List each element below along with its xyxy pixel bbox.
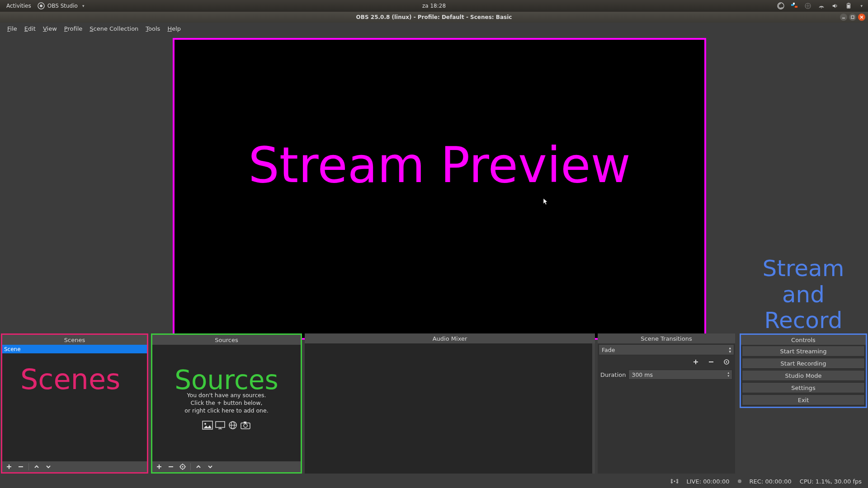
window-minimize-button[interactable]	[840, 14, 847, 21]
add-transition-button[interactable]	[691, 357, 701, 366]
move-scene-down-button[interactable]	[43, 462, 53, 471]
remove-scene-button[interactable]	[16, 462, 26, 471]
sources-dock: Sources Sources You don't have any sourc…	[151, 333, 302, 474]
content-area: Stream Preview Stream and Record Control…	[0, 34, 868, 474]
svg-rect-5	[793, 3, 795, 5]
system-menu-chevron-icon[interactable]: ▾	[860, 4, 863, 8]
move-source-up-button[interactable]	[193, 462, 203, 471]
svg-point-33	[182, 466, 183, 467]
svg-point-43	[674, 480, 675, 482]
svg-rect-4	[795, 6, 797, 8]
exit-button[interactable]: Exit	[742, 394, 865, 405]
sources-overlay-label: Sources	[175, 365, 278, 395]
scenes-toolbar	[2, 461, 147, 472]
window-close-button[interactable]	[858, 14, 865, 21]
scene-transitions-dock-header[interactable]: Scene Transitions	[598, 333, 735, 343]
add-source-button[interactable]	[154, 462, 164, 471]
svg-rect-12	[851, 16, 854, 19]
mouse-cursor-icon	[543, 198, 548, 205]
move-scene-up-button[interactable]	[32, 462, 42, 471]
menu-help[interactable]: Help	[164, 25, 184, 32]
preview-overlay-label: Stream Preview	[248, 137, 631, 193]
tray-app-icon[interactable]	[791, 2, 798, 9]
svg-rect-9	[848, 3, 850, 4]
browser-source-icon	[227, 421, 238, 430]
start-recording-button[interactable]: Start Recording	[742, 358, 865, 369]
settings-button[interactable]: Settings	[742, 382, 865, 393]
image-source-icon	[202, 421, 213, 430]
transition-duration-value: 300 ms	[632, 371, 653, 378]
transition-select[interactable]: Fade ▴▾	[599, 344, 734, 355]
remove-transition-button[interactable]	[706, 357, 716, 366]
audio-mixer-dock: Audio Mixer	[305, 333, 595, 474]
menu-edit[interactable]: Edit	[21, 25, 39, 32]
studio-mode-button[interactable]: Studio Mode	[742, 370, 865, 381]
sources-type-icons	[202, 421, 251, 430]
transition-properties-button[interactable]	[722, 357, 731, 366]
live-status: LIVE: 00:00:00	[686, 478, 729, 485]
scenes-dock-header[interactable]: Scenes	[2, 335, 147, 345]
chevron-updown-icon: ▴▾	[729, 346, 731, 353]
stream-preview[interactable]: Stream Preview	[173, 38, 706, 340]
record-status-icon	[738, 479, 741, 483]
controls-dock: Controls Start Streaming Start Recording…	[740, 333, 867, 408]
window-title: OBS 25.0.8 (linux) - Profile: Default - …	[356, 14, 512, 20]
controls-dock-header[interactable]: Controls	[741, 335, 866, 345]
audio-mixer-dock-header[interactable]: Audio Mixer	[305, 333, 595, 343]
svg-point-1	[40, 5, 42, 7]
window-title-bar: OBS 25.0.8 (linux) - Profile: Default - …	[0, 12, 868, 23]
status-bar: LIVE: 00:00:00 REC: 00:00:00 CPU: 1.1%, …	[0, 474, 868, 488]
activities-button[interactable]: Activities	[6, 3, 31, 9]
menu-file[interactable]: File	[4, 25, 21, 32]
scene-transitions-dock: Scene Transitions Fade ▴▾ Duration 300 m…	[598, 333, 735, 474]
battery-icon[interactable]	[845, 2, 852, 9]
sources-dock-header[interactable]: Sources	[152, 335, 301, 345]
menu-scene-collection[interactable]: Scene Collection	[86, 25, 142, 32]
dock-row: Scenes Scene Scenes Sources Sources You …	[1, 333, 867, 474]
tray-obs-icon[interactable]	[777, 2, 784, 9]
svg-rect-10	[848, 5, 850, 8]
obs-app-icon	[38, 2, 45, 9]
svg-point-42	[726, 361, 727, 362]
window-maximize-button[interactable]	[849, 14, 856, 21]
app-menu-label: OBS Studio	[47, 3, 78, 9]
start-streaming-button[interactable]: Start Streaming	[742, 346, 865, 357]
svg-point-19	[204, 423, 206, 425]
transition-duration-spinner[interactable]: 300 ms ▴▾	[628, 370, 732, 380]
transition-duration-label: Duration	[600, 371, 626, 378]
stream-status-icon	[671, 479, 678, 483]
app-menu[interactable]: OBS Studio ▾	[38, 2, 85, 9]
desktop-top-bar: Activities OBS Studio ▾ za 18:28 ▾	[0, 0, 868, 12]
remove-source-button[interactable]	[166, 462, 176, 471]
sources-help-text: You don't have any sources. Click the + …	[152, 392, 301, 415]
transition-select-value: Fade	[602, 347, 615, 353]
menu-tools[interactable]: Tools	[142, 25, 164, 32]
volume-icon[interactable]	[831, 2, 839, 9]
cpu-status: CPU: 1.1%, 30.00 fps	[800, 478, 862, 485]
tray-globe-icon[interactable]	[804, 2, 811, 9]
svg-point-28	[244, 424, 247, 427]
camera-source-icon	[240, 421, 251, 430]
menu-profile[interactable]: Profile	[61, 25, 86, 32]
svg-point-7	[821, 8, 822, 9]
svg-rect-20	[216, 422, 225, 427]
scene-list-item[interactable]: Scene	[2, 345, 147, 353]
add-scene-button[interactable]	[4, 462, 14, 471]
network-icon[interactable]	[818, 2, 825, 9]
display-source-icon	[215, 421, 226, 430]
clock[interactable]: za 18:28	[422, 3, 446, 9]
scenes-dock: Scenes Scene Scenes	[1, 333, 148, 474]
source-properties-button[interactable]	[178, 462, 188, 471]
menu-view[interactable]: View	[39, 25, 61, 32]
sources-toolbar	[152, 461, 301, 472]
rec-status: REC: 00:00:00	[750, 478, 792, 485]
chevron-down-icon: ▾	[82, 4, 85, 8]
svg-rect-27	[244, 422, 246, 423]
move-source-down-button[interactable]	[205, 462, 215, 471]
scenes-overlay-label: Scenes	[20, 363, 120, 396]
menu-bar: File Edit View Profile Scene Collection …	[0, 23, 868, 34]
spinner-arrows-icon: ▴▾	[727, 371, 729, 378]
